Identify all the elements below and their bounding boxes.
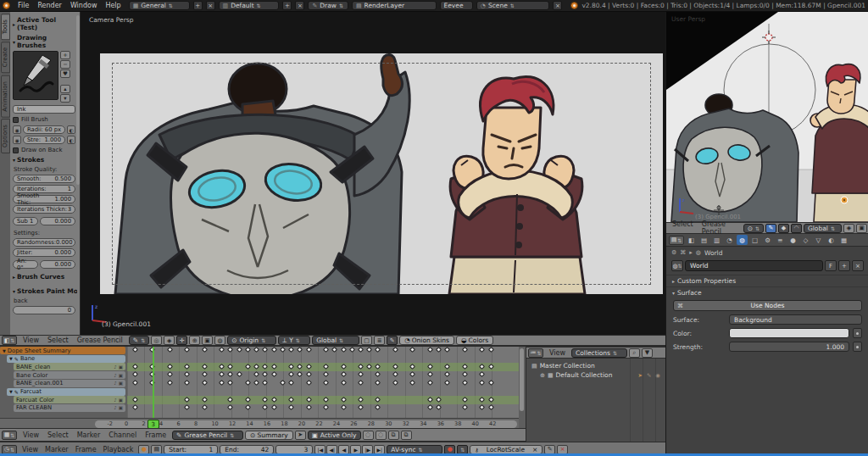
preview-range-icon[interactable]: ●: [138, 445, 149, 454]
panel-strokes[interactable]: ▾Strokes: [13, 156, 75, 164]
brush-name-input[interactable]: Ink: [13, 105, 75, 114]
gizmo-icon[interactable]: ⊕: [189, 336, 200, 345]
brush-radius-slider[interactable]: Radii:60 px: [23, 125, 65, 134]
menu-select[interactable]: Select: [43, 431, 73, 439]
keyframe[interactable]: [132, 404, 138, 410]
angle-toggle[interactable]: An: 0°: [13, 260, 38, 269]
draw-on-back-checkbox[interactable]: Draw on Back: [13, 147, 75, 153]
menu-view[interactable]: View: [19, 446, 42, 453]
subdivide-value-slider[interactable]: 0.000: [40, 217, 75, 225]
keyframe[interactable]: [184, 347, 190, 353]
properties-tab-object-data[interactable]: ≡: [775, 235, 786, 245]
tool-tab-animation[interactable]: Animation: [1, 75, 10, 118]
dope-mode-selector[interactable]: ✎Grease Pencil⇅: [172, 431, 243, 440]
select-cursor-icon[interactable]: ➤: [295, 431, 306, 440]
insert-keyframe-icon[interactable]: ✎: [544, 445, 555, 454]
keyframe[interactable]: [358, 380, 364, 386]
keyframe[interactable]: [167, 380, 173, 386]
properties-tab-object[interactable]: □: [749, 235, 760, 245]
jump-start-button[interactable]: |◀: [314, 445, 326, 454]
play-button[interactable]: ▶: [350, 445, 361, 454]
keyframe[interactable]: [462, 371, 468, 377]
keyframe[interactable]: [202, 347, 208, 353]
keyframe[interactable]: [375, 380, 381, 386]
keyframe[interactable]: [202, 404, 208, 410]
surface-shader-selector[interactable]: Background: [729, 314, 862, 325]
workspace-add-button[interactable]: +: [193, 1, 203, 10]
keyframe[interactable]: [340, 347, 346, 353]
menu-view[interactable]: View: [19, 431, 43, 439]
keyframe[interactable]: [288, 371, 294, 377]
properties-tab-render[interactable]: ◧: [686, 235, 697, 245]
panel-paint-mode-toggle[interactable]: ▾Strokes Paint Mode Toggle: [13, 287, 75, 295]
animate-property-button[interactable]: [853, 328, 862, 338]
overlay-icon[interactable]: ▣: [202, 336, 213, 345]
editor-type-button[interactable]: ▤⇅: [669, 236, 684, 245]
orientation-selector[interactable]: Global⇅: [312, 336, 359, 345]
menu-channel[interactable]: Channel: [104, 431, 141, 439]
keyframe[interactable]: [479, 347, 485, 353]
keyframe[interactable]: [436, 404, 442, 410]
keyframe[interactable]: [331, 347, 337, 353]
keyframe[interactable]: [132, 371, 138, 377]
keyframe[interactable]: [262, 371, 268, 377]
menu-frame[interactable]: Frame: [72, 446, 100, 453]
keyframe[interactable]: [323, 347, 329, 353]
pressure-icon[interactable]: ◐: [67, 125, 75, 134]
colors-toggle[interactable]: ◒Colors: [456, 336, 493, 345]
properties-tab-constraints[interactable]: ◐: [826, 235, 837, 245]
keyframe[interactable]: [184, 371, 190, 377]
delete-keyframe-icon[interactable]: ×: [557, 445, 568, 454]
workspace-close-button[interactable]: ×: [206, 1, 215, 10]
outliner-root-row[interactable]: ▤ Master Collection: [526, 361, 665, 370]
layout-close-button[interactable]: ×: [295, 1, 304, 10]
keyframe[interactable]: [262, 380, 268, 386]
markers-sync-icon[interactable]: ▤: [151, 445, 162, 454]
world-datablock-icon[interactable]: ◍⇅: [671, 260, 683, 271]
mute-icon[interactable]: ♪: [114, 373, 117, 378]
restrict-render-icon[interactable]: ◉: [655, 372, 660, 379]
mute-icon[interactable]: ♪: [114, 364, 117, 370]
keyframe[interactable]: [436, 347, 442, 353]
brush-add-button[interactable]: +: [60, 51, 70, 59]
origins-icon[interactable]: ◎: [151, 336, 162, 345]
keyframe[interactable]: [444, 371, 450, 377]
keyframe[interactable]: [253, 371, 259, 377]
mute-icon[interactable]: ♪: [114, 405, 117, 410]
keyframe[interactable]: [202, 380, 208, 386]
keyframe[interactable]: [297, 371, 303, 377]
snap-magnet-icon[interactable]: ◈: [843, 224, 854, 233]
keyframe[interactable]: [358, 371, 364, 377]
draw-mode-selector[interactable]: ⊙⇅: [743, 224, 764, 233]
keyframe[interactable]: [262, 404, 268, 410]
panel-surface[interactable]: ▾Surface: [666, 286, 868, 298]
menu-frame[interactable]: Frame: [141, 431, 170, 439]
properties-tab-physics[interactable]: ▽: [813, 235, 824, 245]
brush-preview[interactable]: [13, 51, 58, 100]
menu-view[interactable]: View: [545, 349, 570, 357]
keyframe[interactable]: [253, 347, 259, 353]
scene-selector[interactable]: ◔ Scene⇅: [476, 1, 550, 10]
keyframe[interactable]: [358, 347, 364, 353]
snap-magnet-icon[interactable]: ◈: [164, 336, 175, 345]
keyframe[interactable]: [227, 380, 233, 386]
render-layer-field[interactable]: ▤ RenderLayer: [352, 1, 437, 10]
user-viewport[interactable]: z (3) Gpencil.001 User Persp: [666, 12, 868, 222]
properties-tab-material[interactable]: ●: [787, 235, 798, 245]
keyframe[interactable]: [305, 371, 311, 377]
tool-shelf-scrollbar[interactable]: [76, 15, 80, 185]
keyframe[interactable]: [340, 371, 346, 377]
use-nodes-button[interactable]: ⌘Use Nodes: [673, 300, 862, 311]
av-sync-selector[interactable]: AV-sync⇅: [387, 445, 442, 454]
copy-keyframes-icon[interactable]: ⧉: [388, 431, 399, 440]
channel-bane[interactable]: ▼✎Bane: [7, 355, 125, 363]
keyframe[interactable]: [462, 347, 468, 353]
channel-bane-color[interactable]: Bane Color♪▣: [14, 371, 125, 379]
channel-bane_clean-001[interactable]: BANE_clean.001♪▣: [14, 380, 125, 387]
keyframe[interactable]: [323, 371, 329, 377]
camera-view[interactable]: [100, 53, 663, 294]
keyframe[interactable]: [479, 404, 485, 410]
keyframe[interactable]: [366, 347, 372, 353]
subdivide-toggle[interactable]: Sub 1: [13, 217, 38, 225]
keyframe[interactable]: [288, 404, 294, 410]
